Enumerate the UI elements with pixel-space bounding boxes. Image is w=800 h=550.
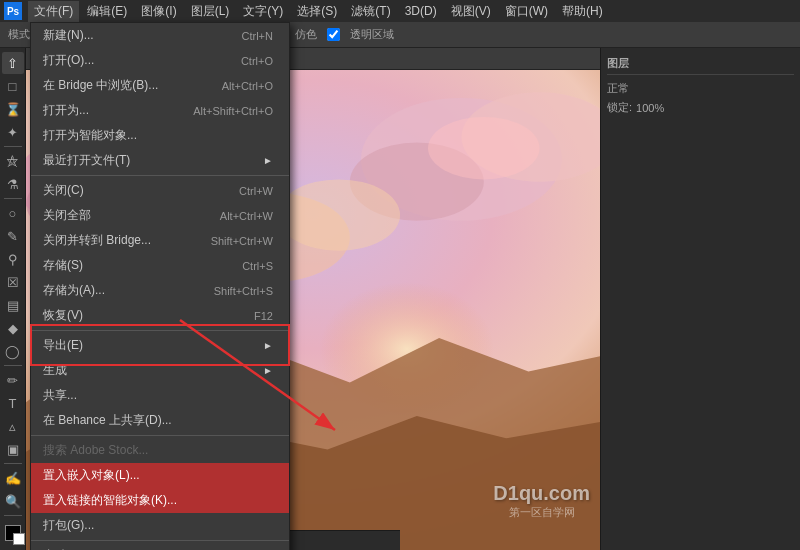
transparent-label: 透明区域 [350, 27, 394, 42]
panel-mode-row: 正常 [607, 81, 794, 96]
tool-blur[interactable]: ◆ [2, 317, 24, 339]
menu-close-bridge-shortcut: Shift+Ctrl+W [211, 235, 273, 247]
menu-export-label: 导出(E) [43, 337, 83, 354]
menu-place-linked[interactable]: 置入链接的智能对象(K)... [31, 488, 289, 513]
tool-pen[interactable]: ✏ [2, 369, 24, 391]
tool-hand[interactable]: ✍ [2, 467, 24, 489]
svg-point-11 [428, 117, 540, 180]
menu-sep-1 [31, 175, 289, 176]
foreground-color[interactable] [5, 525, 21, 541]
menu-open-as-label: 打开为... [43, 102, 89, 119]
tool-zoom[interactable]: 🔍 [2, 490, 24, 512]
menu-behance-label: 在 Behance 上共享(D)... [43, 412, 172, 429]
tool-separator-3 [4, 365, 22, 366]
menu-open-shortcut: Ctrl+O [241, 55, 273, 67]
ps-app-icon: Ps [4, 2, 22, 20]
menu-recent-label: 最近打开文件(T) [43, 152, 130, 169]
menu-view[interactable]: 视图(V) [445, 1, 497, 22]
menu-new-label: 新建(N)... [43, 27, 94, 44]
menu-package-label: 打包(G)... [43, 517, 94, 534]
menu-open-label: 打开(O)... [43, 52, 94, 69]
tool-path[interactable]: ▵ [2, 415, 24, 437]
menu-export[interactable]: 导出(E) ► [31, 333, 289, 358]
tool-separator-5 [4, 515, 22, 516]
tool-crop[interactable]: ⛤ [2, 150, 24, 172]
panel-title: 图层 [607, 56, 794, 75]
right-panel: 图层 正常 锁定: 100% [600, 48, 800, 550]
menu-save-as[interactable]: 存储为(A)... Shift+Ctrl+S [31, 278, 289, 303]
menu-close[interactable]: 关闭(C) Ctrl+W [31, 178, 289, 203]
menu-close-bridge[interactable]: 关闭并转到 Bridge... Shift+Ctrl+W [31, 228, 289, 253]
panel-opacity-value: 100% [636, 102, 664, 114]
watermark-main: D1qu.com [493, 482, 590, 505]
menu-close-bridge-label: 关闭并转到 Bridge... [43, 232, 151, 249]
menu-save-as-shortcut: Shift+Ctrl+S [214, 285, 273, 297]
menu-text[interactable]: 文字(Y) [237, 1, 289, 22]
panel-mode-label: 正常 [607, 81, 629, 96]
menu-close-all-label: 关闭全部 [43, 207, 91, 224]
menu-behance[interactable]: 在 Behance 上共享(D)... [31, 408, 289, 433]
menu-save-shortcut: Ctrl+S [242, 260, 273, 272]
menu-layer[interactable]: 图层(L) [185, 1, 236, 22]
tool-magic-wand[interactable]: ✦ [2, 121, 24, 143]
tool-lasso[interactable]: ⌛ [2, 98, 24, 120]
menu-save-as-label: 存储为(A)... [43, 282, 105, 299]
menu-open-as-shortcut: Alt+Shift+Ctrl+O [193, 105, 273, 117]
menu-bridge-shortcut: Alt+Ctrl+O [222, 80, 273, 92]
tool-separator-4 [4, 463, 22, 464]
tool-brush[interactable]: ✎ [2, 225, 24, 247]
menu-revert[interactable]: 恢复(V) F12 [31, 303, 289, 328]
menu-new[interactable]: 新建(N)... Ctrl+N [31, 23, 289, 48]
tool-text[interactable]: T [2, 392, 24, 414]
menu-open-smart[interactable]: 打开为智能对象... [31, 123, 289, 148]
tool-gradient[interactable]: ▤ [2, 294, 24, 316]
menu-close-all[interactable]: 关闭全部 Alt+Ctrl+W [31, 203, 289, 228]
tool-shape[interactable]: ▣ [2, 438, 24, 460]
tool-healing[interactable]: ○ [2, 202, 24, 224]
menu-automate[interactable]: 自动(U) ► [31, 543, 289, 550]
tool-separator-2 [4, 198, 22, 199]
menu-place-linked-label: 置入链接的智能对象(K)... [43, 492, 177, 509]
menu-save-label: 存储(S) [43, 257, 83, 274]
menu-edit[interactable]: 编辑(E) [81, 1, 133, 22]
menu-recent-arrow: ► [263, 155, 273, 166]
menu-adobe-stock-label: 搜索 Adobe Stock... [43, 442, 148, 459]
menu-file[interactable]: 文件(F) [28, 1, 79, 22]
menu-open[interactable]: 打开(O)... Ctrl+O [31, 48, 289, 73]
transparent-checkbox[interactable] [327, 28, 340, 41]
menu-place-embed[interactable]: 置入嵌入对象(L)... [31, 463, 289, 488]
tool-eyedropper[interactable]: ⚗ [2, 173, 24, 195]
left-toolbar: ⇧ □ ⌛ ✦ ⛤ ⚗ ○ ✎ ⚲ ☒ ▤ ◆ ◯ ✏ T ▵ ▣ ✍ 🔍 [0, 48, 26, 550]
menu-revert-label: 恢复(V) [43, 307, 83, 324]
watermark-sub: 第一区自学网 [493, 505, 590, 520]
menu-adobe-stock: 搜索 Adobe Stock... [31, 438, 289, 463]
menu-export-arrow: ► [263, 340, 273, 351]
menu-generate-arrow: ► [263, 365, 273, 376]
tool-select[interactable]: □ [2, 75, 24, 97]
menu-sep-4 [31, 540, 289, 541]
tool-dodge[interactable]: ◯ [2, 340, 24, 362]
menu-generate[interactable]: 生成 ► [31, 358, 289, 383]
menu-3d[interactable]: 3D(D) [399, 2, 443, 20]
menu-share[interactable]: 共享... [31, 383, 289, 408]
menu-save[interactable]: 存储(S) Ctrl+S [31, 253, 289, 278]
menu-select[interactable]: 选择(S) [291, 1, 343, 22]
menu-help[interactable]: 帮助(H) [556, 1, 609, 22]
menu-recent[interactable]: 最近打开文件(T) ► [31, 148, 289, 173]
menu-bridge-browse[interactable]: 在 Bridge 中浏览(B)... Alt+Ctrl+O [31, 73, 289, 98]
menu-package[interactable]: 打包(G)... [31, 513, 289, 538]
color-swatch-area [5, 523, 21, 541]
background-color[interactable] [13, 533, 25, 545]
svg-point-9 [277, 179, 400, 250]
menu-open-as[interactable]: 打开为... Alt+Shift+Ctrl+O [31, 98, 289, 123]
menu-close-shortcut: Ctrl+W [239, 185, 273, 197]
menu-image[interactable]: 图像(I) [135, 1, 182, 22]
menu-window[interactable]: 窗口(W) [499, 1, 554, 22]
tool-clone[interactable]: ⚲ [2, 248, 24, 270]
menu-close-all-shortcut: Alt+Ctrl+W [220, 210, 273, 222]
tool-move[interactable]: ⇧ [2, 52, 24, 74]
tool-eraser[interactable]: ☒ [2, 271, 24, 293]
panel-opacity-row: 锁定: 100% [607, 100, 794, 115]
menu-filter[interactable]: 滤镜(T) [345, 1, 396, 22]
menu-sep-2 [31, 330, 289, 331]
